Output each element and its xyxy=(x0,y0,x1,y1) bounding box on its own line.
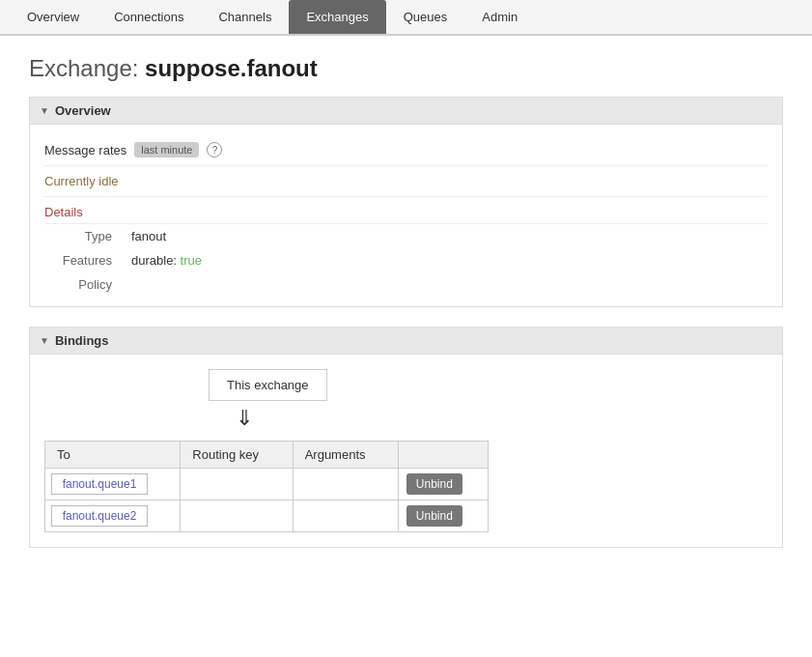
binding-row-1-arguments xyxy=(293,469,398,500)
policy-value xyxy=(122,272,768,297)
page-title-label: Exchange: xyxy=(29,55,138,81)
queue-box-2[interactable]: fanout.queue2 xyxy=(51,505,148,527)
overview-header-label: Overview xyxy=(55,103,111,118)
bindings-section-header[interactable]: ▼ Bindings xyxy=(29,327,783,355)
arrow-down-icon: ⇓ xyxy=(236,406,768,431)
binding-row-2-to: fanout.queue2 xyxy=(45,500,181,532)
this-exchange-box: This exchange xyxy=(209,369,327,401)
bindings-section-body: This exchange ⇓ To Routing key Arguments… xyxy=(29,355,783,548)
idle-status: Currently idle xyxy=(44,166,768,197)
details-label: Details xyxy=(44,197,768,224)
binding-row-2: fanout.queue2 Unbind xyxy=(45,500,489,532)
bindings-header-label: Bindings xyxy=(55,333,109,348)
tab-connections[interactable]: Connections xyxy=(97,0,201,34)
overview-collapse-icon: ▼ xyxy=(40,105,49,116)
page-title-value: suppose.fanout xyxy=(145,55,318,81)
last-minute-badge[interactable]: last minute xyxy=(134,142,199,157)
overview-section-header[interactable]: ▼ Overview xyxy=(29,97,783,125)
message-rates-row: Message rates last minute ? xyxy=(44,134,768,166)
binding-row-2-routing-key xyxy=(181,500,293,532)
this-exchange-label: This exchange xyxy=(227,378,309,392)
binding-row-1-to: fanout.queue1 xyxy=(45,469,181,500)
queue-box-1[interactable]: fanout.queue1 xyxy=(51,473,148,495)
tab-admin[interactable]: Admin xyxy=(464,0,535,34)
tab-exchanges[interactable]: Exchanges xyxy=(289,0,385,34)
idle-status-text: Currently idle xyxy=(44,174,119,188)
col-actions xyxy=(398,442,488,469)
features-label: Features xyxy=(44,248,122,272)
tab-queues[interactable]: Queues xyxy=(386,0,465,34)
type-value: fanout xyxy=(122,224,768,248)
page-title: Exchange: suppose.fanout xyxy=(29,55,783,82)
page-content: Exchange: suppose.fanout ▼ Overview Mess… xyxy=(0,36,812,567)
details-table: Type fanout Features durable: true Polic… xyxy=(44,224,768,297)
binding-row-2-arguments xyxy=(293,500,398,532)
details-features-row: Features durable: true xyxy=(44,248,768,272)
binding-row-1: fanout.queue1 Unbind xyxy=(45,469,489,500)
durable-key: durable: xyxy=(131,253,177,268)
binding-row-1-routing-key xyxy=(181,469,293,500)
type-label: Type xyxy=(44,224,122,248)
help-icon[interactable]: ? xyxy=(207,142,222,157)
col-arguments: Arguments xyxy=(293,442,398,469)
durable-value: true xyxy=(181,253,202,268)
nav-tabs: Overview Connections Channels Exchanges … xyxy=(0,0,812,36)
binding-row-1-actions: Unbind xyxy=(398,469,488,500)
col-to: To xyxy=(45,442,181,469)
details-type-row: Type fanout xyxy=(44,224,768,248)
details-label-text: Details xyxy=(44,205,83,219)
features-value: durable: true xyxy=(122,248,768,272)
overview-section-body: Message rates last minute ? Currently id… xyxy=(29,125,783,307)
bindings-table-header-row: To Routing key Arguments xyxy=(45,442,489,469)
tab-overview[interactable]: Overview xyxy=(10,0,97,34)
message-rates-label: Message rates xyxy=(44,143,126,157)
details-policy-row: Policy xyxy=(44,272,768,297)
bindings-collapse-icon: ▼ xyxy=(40,335,49,346)
policy-label: Policy xyxy=(44,272,122,297)
unbind-button-1[interactable]: Unbind xyxy=(406,473,462,495)
tab-channels[interactable]: Channels xyxy=(201,0,289,34)
bindings-table: To Routing key Arguments fanout.queue1 U… xyxy=(44,441,489,532)
col-routing-key: Routing key xyxy=(181,442,293,469)
unbind-button-2[interactable]: Unbind xyxy=(406,505,462,527)
binding-row-2-actions: Unbind xyxy=(398,500,488,532)
